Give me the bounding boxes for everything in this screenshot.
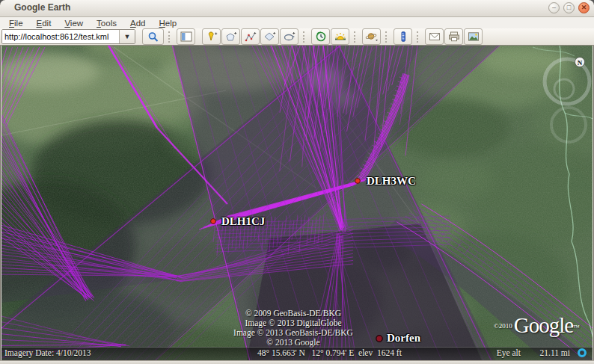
toolbar-separator [385, 31, 388, 43]
historical-imagery-button[interactable] [311, 28, 330, 45]
address-dropdown-button[interactable]: ▼ [119, 30, 135, 43]
window-bottom-border [0, 360, 594, 364]
email-button[interactable] [425, 28, 444, 45]
planets-button[interactable] [362, 28, 381, 45]
sunlight-button[interactable] [331, 28, 349, 45]
ruler-icon [397, 31, 409, 42]
record-tour-button[interactable] [280, 28, 298, 45]
magnifier-icon [147, 31, 159, 42]
maximize-button[interactable]: □ [563, 2, 575, 13]
aircraft-label-dlh3wc[interactable]: DLH3WC [367, 175, 416, 188]
imagery-date: Imagery Date: 4/10/2013 [4, 348, 91, 357]
add-polygon-button[interactable] [221, 28, 240, 45]
google-logo: ©2010Google™ [494, 313, 580, 338]
toolbar-separator [354, 31, 357, 43]
printer-icon [448, 31, 460, 42]
tour-icon [284, 31, 296, 42]
title-bar[interactable]: Google Earth – □ ✕ [0, 0, 594, 17]
toggle-sidebar-button[interactable] [177, 28, 195, 45]
copyright-line: Image © 2013 DigitalGlobe [218, 318, 368, 328]
copyright-line: Image © 2013 GeoBasis-DE/BKG [218, 328, 368, 338]
kml-address-input[interactable] [2, 30, 119, 43]
clock-icon [315, 31, 327, 42]
add-path-button[interactable] [241, 28, 260, 45]
ruler-button[interactable] [394, 28, 412, 45]
path-icon [245, 31, 257, 42]
toolbar-separator [168, 31, 171, 43]
image-icon [468, 31, 480, 42]
menu-help[interactable]: Help [153, 19, 183, 28]
close-button[interactable]: ✕ [578, 2, 590, 13]
minimize-button[interactable]: – [548, 2, 560, 13]
sun-icon [334, 31, 346, 42]
print-button[interactable] [444, 28, 463, 45]
menu-file[interactable]: File [3, 19, 29, 28]
placemark-dot-dlh1cj[interactable] [211, 219, 216, 224]
pushpin-icon [206, 31, 218, 42]
status-bar: Imagery Date: 4/10/2013 48° 15.663' N 12… [1, 347, 593, 360]
toolbar: ▼ [0, 28, 594, 46]
compass-north-label: N [578, 59, 583, 67]
menu-edit[interactable]: Edit [31, 19, 58, 28]
menu-tools[interactable]: Tools [91, 19, 123, 28]
toolbar-separator [417, 31, 420, 43]
eye-alt-label: Eye alt [497, 348, 521, 357]
logo-year: ©2010 [494, 322, 512, 330]
save-image-button[interactable] [464, 28, 483, 45]
window-title: Google Earth [14, 2, 70, 13]
add-placemark-button[interactable] [202, 28, 221, 45]
streaming-indicator-icon [578, 348, 587, 357]
add-image-overlay-button[interactable] [260, 28, 279, 45]
map-viewport[interactable]: N DLH1CJ DLH3WC Dorfen © 2009 GeoBasis-D… [1, 46, 593, 360]
placemark-dot-dlh3wc[interactable] [355, 179, 361, 184]
sidebar-icon [180, 31, 192, 42]
pointer-coordinates: 48° 15.663' N 12° 0.794' E elev 1624 ft [257, 348, 402, 357]
toolbar-separator [303, 31, 306, 43]
map-copyright: © 2009 GeoBasis-DE/BKG Image © 2013 Digi… [218, 309, 368, 348]
search-button[interactable] [142, 28, 164, 45]
aircraft-label-dlh1cj[interactable]: DLH1CJ [221, 215, 265, 228]
copyright-line: © 2009 GeoBasis-DE/BKG [218, 309, 368, 318]
saturn-icon [365, 31, 379, 42]
menu-bar: File Edit View Tools Add Help [0, 17, 594, 28]
polygon-icon [225, 31, 237, 42]
town-dot-dorfen[interactable] [376, 336, 382, 342]
overlay-icon [264, 31, 276, 42]
eye-alt-value: 21.11 mi [540, 348, 570, 357]
kml-address-combo: ▼ [1, 29, 135, 44]
google-earth-window: Google Earth – □ ✕ File Edit View Tools … [0, 0, 594, 364]
menu-add[interactable]: Add [124, 19, 151, 28]
envelope-icon [429, 31, 441, 42]
town-label-dorfen[interactable]: Dorfen [387, 332, 420, 345]
menu-view[interactable]: View [58, 19, 89, 28]
